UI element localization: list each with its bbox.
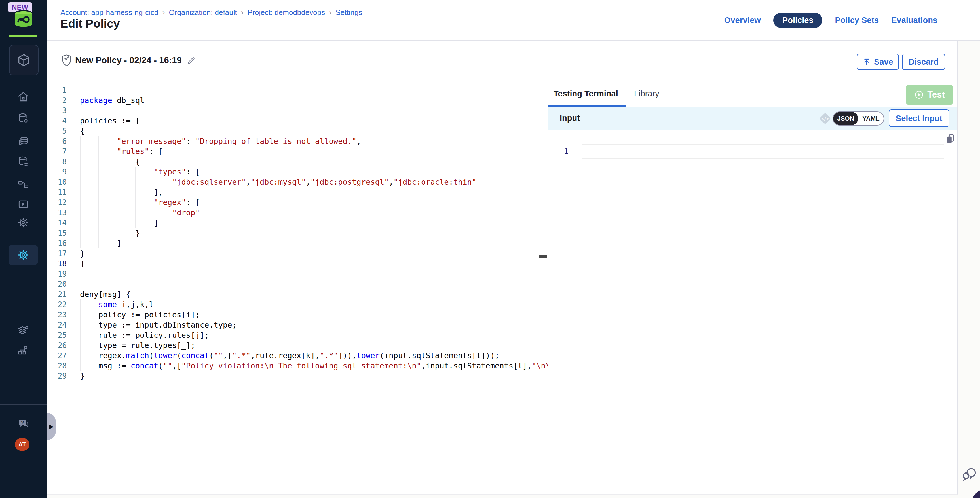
code-text: } bbox=[80, 371, 84, 381]
code-text: { bbox=[80, 126, 84, 136]
code-line: 3 bbox=[47, 105, 548, 116]
home-icon bbox=[17, 91, 30, 103]
code-line: 18] bbox=[47, 259, 548, 269]
sidebar-item-database-services[interactable] bbox=[17, 155, 30, 168]
layers-gear-icon bbox=[17, 324, 30, 337]
gear-icon bbox=[17, 216, 30, 229]
code-line: 13 "drop" bbox=[47, 208, 548, 218]
line-number: 21 bbox=[47, 289, 67, 299]
code-text: deny[msg] { bbox=[80, 289, 131, 299]
breadcrumb-link[interactable]: Organization: default bbox=[169, 8, 237, 17]
breadcrumb-link[interactable]: Project: demodbdevops bbox=[248, 8, 325, 17]
code-line: 9 "types": [ bbox=[47, 167, 548, 177]
code-line: 11 ], bbox=[47, 187, 548, 197]
sidebar-item-settings[interactable] bbox=[17, 216, 30, 229]
sidebar-item-layers-settings[interactable] bbox=[17, 324, 30, 337]
tab-library[interactable]: Library bbox=[634, 89, 659, 99]
policy-card-header: New Policy - 02/24 - 16:19 Save Discard bbox=[47, 41, 957, 82]
sidebar-item-database-settings[interactable] bbox=[17, 112, 30, 125]
svg-text:</>: </> bbox=[821, 116, 829, 121]
code-text: ] bbox=[80, 238, 121, 248]
sidebar-item-home[interactable] bbox=[17, 90, 30, 103]
code-line: 7 "rules": [ bbox=[47, 146, 548, 156]
save-button[interactable]: Save bbox=[857, 54, 899, 70]
line-number: 23 bbox=[47, 310, 67, 320]
code-line: 28 msg := concat("",["Policy violation:\… bbox=[47, 361, 548, 371]
org-gear-icon bbox=[17, 344, 30, 356]
policy-editor-card: New Policy - 02/24 - 16:19 Save Discard … bbox=[47, 41, 958, 495]
code-text: ], bbox=[80, 187, 163, 197]
input-editor-line[interactable] bbox=[582, 144, 944, 159]
code-line: 14 ] bbox=[47, 218, 548, 228]
code-text: some i,j,k,l bbox=[80, 299, 154, 310]
sidebar-divider bbox=[0, 404, 47, 405]
sidebar-nav: NEW bbox=[0, 0, 47, 498]
breadcrumb-link[interactable]: Account: app-harness-ng-cicd bbox=[60, 8, 158, 17]
line-number: 20 bbox=[47, 279, 67, 289]
input-line-number: 1 bbox=[549, 146, 568, 157]
tab-evaluations[interactable]: Evaluations bbox=[891, 16, 937, 25]
tab-testing-terminal[interactable]: Testing Terminal bbox=[554, 89, 618, 99]
line-number: 19 bbox=[47, 269, 67, 279]
code-text: "rules": [ bbox=[80, 146, 163, 156]
module-selector[interactable] bbox=[9, 45, 38, 75]
input-toolbar: Input </> JSON YAML Select Input bbox=[549, 107, 957, 130]
support-chat-icon[interactable] bbox=[961, 465, 978, 482]
test-button[interactable]: Test bbox=[906, 84, 953, 105]
tab-overview[interactable]: Overview bbox=[724, 16, 761, 25]
rego-code-editor[interactable]: 12package db_sql34policies := [5{6 "erro… bbox=[47, 82, 548, 494]
toggle-yaml[interactable]: YAML bbox=[858, 112, 884, 125]
tab-policies[interactable]: Policies bbox=[773, 13, 822, 28]
code-line: 17} bbox=[47, 248, 548, 259]
line-number: 1 bbox=[47, 85, 67, 95]
sidebar-item-org-settings[interactable] bbox=[17, 344, 30, 357]
discard-button[interactable]: Discard bbox=[902, 54, 945, 70]
user-avatar[interactable]: AT bbox=[15, 438, 30, 451]
sidebar-item-databases[interactable] bbox=[17, 135, 30, 148]
line-number: 28 bbox=[47, 361, 67, 371]
chat-widget-corner[interactable] bbox=[971, 488, 980, 498]
code-text: "jdbc:sqlserver","jdbc:mysql","jdbc:post… bbox=[80, 177, 476, 187]
app-root: NEW bbox=[0, 0, 980, 498]
code-text: policy := policies[i]; bbox=[80, 310, 200, 320]
line-number: 3 bbox=[47, 105, 67, 116]
discard-label: Discard bbox=[908, 57, 939, 67]
code-line: 15 } bbox=[47, 228, 548, 238]
line-number: 22 bbox=[47, 299, 67, 310]
code-format-icon: </> bbox=[818, 112, 832, 125]
code-line: 21deny[msg] { bbox=[47, 289, 548, 299]
sidebar-item-project-settings-active[interactable] bbox=[8, 245, 38, 265]
code-line: 12 "regex": [ bbox=[47, 197, 548, 208]
code-text: package db_sql bbox=[80, 95, 145, 105]
upload-arrow-icon bbox=[862, 57, 870, 66]
sidebar-item-help[interactable]: ? bbox=[17, 417, 30, 431]
breadcrumb-separator: › bbox=[162, 8, 165, 17]
code-text: "types": [ bbox=[80, 167, 200, 177]
sidebar-item-media[interactable] bbox=[17, 198, 30, 211]
pipeline-icon bbox=[17, 178, 30, 191]
copy-icon[interactable] bbox=[945, 133, 956, 145]
code-line: 20 bbox=[47, 279, 548, 289]
line-number: 8 bbox=[47, 156, 67, 167]
line-number: 17 bbox=[47, 248, 67, 259]
line-number: 11 bbox=[47, 187, 67, 197]
format-toggle: JSON YAML bbox=[832, 111, 884, 126]
edit-pencil-icon[interactable] bbox=[186, 56, 196, 65]
breadcrumb: Account: app-harness-ng-cicd›Organizatio… bbox=[60, 8, 362, 17]
code-text: rule := policy.rules[j]; bbox=[80, 330, 209, 340]
breadcrumb-separator: › bbox=[241, 8, 243, 17]
tab-policy-sets[interactable]: Policy Sets bbox=[835, 16, 879, 25]
code-text: } bbox=[80, 248, 84, 259]
code-line: 2package db_sql bbox=[47, 95, 548, 105]
sidebar-item-pipelines[interactable] bbox=[17, 178, 30, 191]
toggle-json[interactable]: JSON bbox=[833, 112, 858, 125]
line-number: 2 bbox=[47, 95, 67, 105]
page-title: Edit Policy bbox=[60, 17, 120, 30]
harness-database-logo-icon[interactable] bbox=[11, 10, 36, 29]
module-underline bbox=[9, 35, 37, 37]
line-number: 6 bbox=[47, 136, 67, 146]
breadcrumb-link[interactable]: Settings bbox=[336, 8, 363, 17]
code-line: 27 regex.match(lower(concat("",[".*",rul… bbox=[47, 350, 548, 361]
test-label: Test bbox=[927, 90, 945, 100]
select-input-button[interactable]: Select Input bbox=[889, 110, 950, 127]
